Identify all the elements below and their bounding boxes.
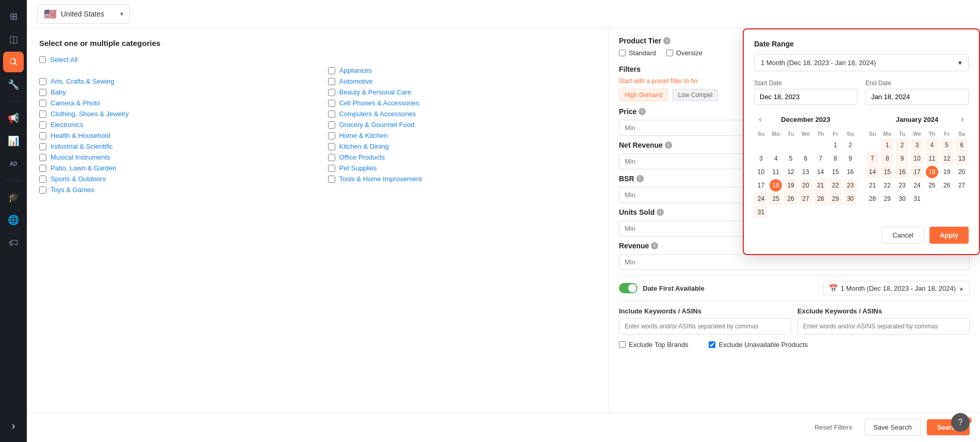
dec-day-25[interactable]: 25	[770, 193, 782, 205]
exclude-top-brands-label[interactable]: Exclude Top Brands	[619, 341, 688, 349]
jan-day-29[interactable]: 29	[881, 193, 893, 205]
category-computers[interactable]: Computers & Accessories	[328, 110, 596, 118]
end-date-input[interactable]	[865, 89, 969, 105]
sidebar-item-box[interactable]: ◫	[3, 29, 24, 50]
reset-filters-button[interactable]: Reset Filters	[808, 419, 858, 435]
dec-day-28[interactable]: 28	[814, 193, 827, 205]
jan-day-8[interactable]: 8	[881, 152, 893, 165]
dec-day-21[interactable]: 21	[814, 179, 827, 192]
category-office[interactable]: Office Products	[328, 153, 596, 161]
sidebar-item-ad[interactable]: AD	[3, 153, 24, 174]
standard-checkbox-label[interactable]: Standard	[619, 49, 656, 57]
oversize-checkbox[interactable]	[666, 50, 673, 56]
category-sports[interactable]: Sports & Outdoors	[39, 175, 307, 183]
jan-day-13[interactable]: 13	[956, 152, 968, 165]
dec-day-18[interactable]: 18	[770, 179, 782, 192]
bsr-info-icon[interactable]: i	[636, 175, 644, 182]
sidebar-expand-icon[interactable]: ›	[3, 415, 24, 436]
dec-day-26[interactable]: 26	[785, 193, 797, 205]
sidebar-item-chart[interactable]: 📊	[3, 131, 24, 151]
category-kitchen-dining[interactable]: Kitchen & Dining	[328, 143, 596, 150]
dec-day-8[interactable]: 8	[829, 152, 842, 165]
low-compel-badge[interactable]: Low Compel	[672, 89, 718, 101]
dec-day-17[interactable]: 17	[755, 179, 767, 192]
high-demand-badge[interactable]: High Demand	[619, 89, 668, 101]
dec-day-12[interactable]: 12	[785, 166, 797, 178]
category-arts-crafts[interactable]: Arts, Crafts & Sewing	[39, 77, 307, 85]
jan-day-14[interactable]: 14	[866, 166, 878, 178]
dec-day-11[interactable]: 11	[770, 166, 782, 178]
dec-day-19[interactable]: 19	[785, 179, 797, 192]
category-patio[interactable]: Patio, Lawn & Garden	[39, 164, 307, 172]
sidebar-item-home[interactable]: ⊞	[3, 6, 24, 27]
sidebar-item-search[interactable]	[3, 52, 24, 72]
category-cell-phones[interactable]: Cell Phones & Accessories	[328, 99, 596, 107]
jan-day-28[interactable]: 28	[866, 193, 878, 205]
jan-day-22[interactable]: 22	[881, 179, 893, 192]
dec-day-14[interactable]: 14	[814, 166, 827, 178]
dec-day-31[interactable]: 31	[755, 206, 767, 218]
country-selector[interactable]: 🇺🇸 United States ▾	[37, 4, 130, 24]
jan-day-1[interactable]: 1	[881, 139, 893, 151]
include-keywords-input[interactable]	[619, 318, 791, 335]
category-beauty[interactable]: Beauty & Personal Care	[328, 88, 596, 96]
dec-day-2[interactable]: 2	[844, 139, 857, 151]
oversize-checkbox-label[interactable]: Oversize	[666, 49, 703, 57]
dec-day-7[interactable]: 7	[814, 152, 827, 165]
net-revenue-info-icon[interactable]: i	[665, 141, 672, 149]
category-home-kitchen[interactable]: Home & Kitchen	[328, 132, 596, 139]
category-baby[interactable]: Baby	[39, 88, 307, 96]
dec-day-5[interactable]: 5	[785, 152, 797, 165]
category-clothing[interactable]: Clothing, Shoes & Jewelry	[39, 110, 307, 118]
category-pet[interactable]: Pet Supplies	[328, 164, 596, 172]
category-health[interactable]: Health & Household	[39, 132, 307, 139]
jan-day-26[interactable]: 26	[941, 179, 953, 192]
exclude-unavailable-checkbox[interactable]	[709, 341, 715, 348]
dec-day-6[interactable]: 6	[799, 152, 812, 165]
dec-day-24[interactable]: 24	[755, 193, 767, 205]
range-dropdown[interactable]: 1 Month (Dec 18, 2023 - Jan 18, 2024) ▾	[754, 54, 969, 71]
jan-day-3[interactable]: 3	[911, 139, 923, 151]
revenue-min-input[interactable]	[619, 254, 970, 270]
units-sold-info-icon[interactable]: i	[657, 209, 664, 216]
dec-day-4[interactable]: 4	[770, 152, 782, 165]
select-all-checkbox[interactable]	[39, 56, 46, 63]
jan-day-24[interactable]: 24	[911, 179, 923, 192]
jan-day-4[interactable]: 4	[926, 139, 938, 151]
cancel-button[interactable]: Cancel	[881, 227, 924, 244]
dec-day-22[interactable]: 22	[829, 179, 842, 192]
dec-day-27[interactable]: 27	[799, 193, 812, 205]
dec-day-20[interactable]: 20	[799, 179, 812, 192]
exclude-keywords-input[interactable]	[797, 318, 970, 335]
dec-day-29[interactable]: 29	[829, 193, 842, 205]
category-tools[interactable]: Tools & Home Improvement	[328, 175, 596, 183]
jan-day-17[interactable]: 17	[911, 166, 923, 178]
jan-day-12[interactable]: 12	[941, 152, 953, 165]
sidebar-item-tools[interactable]: 🔧	[3, 74, 24, 95]
jan-day-25[interactable]: 25	[926, 179, 938, 192]
dec-day-30[interactable]: 30	[844, 193, 857, 205]
jan-day-21[interactable]: 21	[866, 179, 878, 192]
product-tier-info-icon[interactable]: i	[663, 37, 671, 44]
jan-day-30[interactable]: 30	[896, 193, 908, 205]
dec-day-16[interactable]: 16	[844, 166, 857, 178]
category-electronics[interactable]: Electronics	[39, 121, 307, 129]
save-search-button[interactable]: Save Search	[864, 419, 920, 436]
help-button[interactable]: ?	[951, 413, 970, 432]
sidebar-item-megaphone[interactable]: 📢	[3, 108, 24, 129]
next-month-button[interactable]: ›	[956, 113, 969, 125]
jan-day-18[interactable]: 18	[926, 166, 938, 178]
standard-checkbox[interactable]	[619, 50, 626, 56]
jan-day-19[interactable]: 19	[941, 166, 953, 178]
jan-day-10[interactable]: 10	[911, 152, 923, 165]
category-toys[interactable]: Toys & Games	[39, 186, 307, 194]
start-date-input[interactable]	[754, 89, 857, 105]
sidebar-item-globe[interactable]: 🌐	[3, 210, 24, 230]
jan-day-2[interactable]: 2	[896, 139, 908, 151]
dec-day-13[interactable]: 13	[799, 166, 812, 178]
category-appliances[interactable]: Appliances	[328, 67, 596, 74]
jan-day-23[interactable]: 23	[896, 179, 908, 192]
category-industrial[interactable]: Industrial & Scientific	[39, 143, 307, 150]
jan-day-20[interactable]: 20	[956, 166, 968, 178]
jan-day-6[interactable]: 6	[956, 139, 968, 151]
